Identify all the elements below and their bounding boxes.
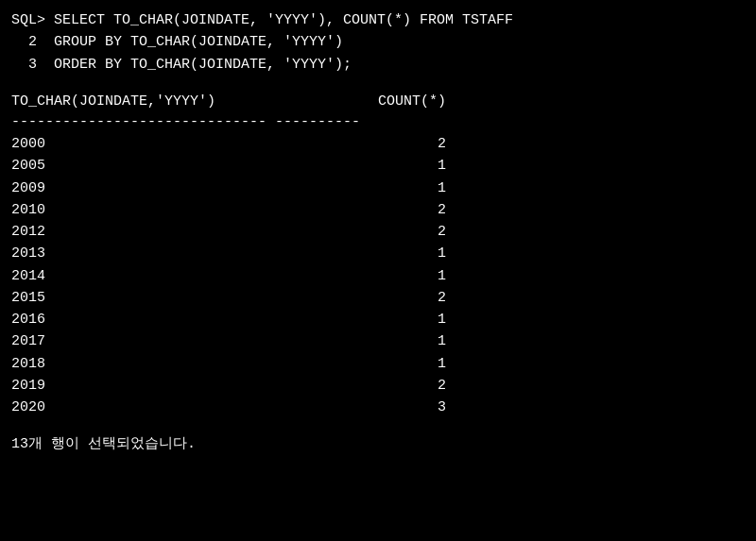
- line-num-3: 3: [11, 57, 54, 73]
- year-cell: 2005: [11, 155, 333, 177]
- year-cell: 2013: [11, 243, 333, 264]
- sql-line-3: 3 ORDER BY TO_CHAR(JOINDATE, 'YYYY');: [11, 54, 745, 76]
- year-cell: 2018: [11, 353, 333, 375]
- line-num-2: 2: [11, 34, 54, 50]
- status-message: 13개 행이 선택되었습니다.: [11, 433, 745, 455]
- sql-block: SQL> SELECT TO_CHAR(JOINDATE, 'YYYY'), C…: [11, 9, 745, 76]
- count-cell: 1: [333, 265, 446, 287]
- count-cell: 2: [333, 221, 446, 243]
- year-cell: 2010: [11, 199, 333, 221]
- year-cell: 2015: [11, 287, 333, 309]
- count-cell: 1: [333, 243, 446, 264]
- count-cell: 1: [333, 330, 446, 352]
- table-row: 20192: [11, 375, 745, 397]
- count-cell: 1: [333, 178, 446, 199]
- sql-line-1: SQL> SELECT TO_CHAR(JOINDATE, 'YYYY'), C…: [11, 9, 745, 31]
- sql-prompt: SQL>: [11, 12, 54, 28]
- year-cell: 2017: [11, 330, 333, 352]
- year-cell: 2016: [11, 309, 333, 330]
- sql-text-2: GROUP BY TO_CHAR(JOINDATE, 'YYYY'): [54, 34, 343, 50]
- sql-text-1: SELECT TO_CHAR(JOINDATE, 'YYYY'), COUNT(…: [54, 12, 513, 28]
- count-cell: 3: [333, 397, 446, 418]
- table-row: 20131: [11, 243, 745, 264]
- data-table: 20002 20051 20091 20102 20122 20131 2014…: [11, 133, 745, 418]
- table-divider: ------------------------------ ---------…: [11, 114, 745, 131]
- table-row: 20181: [11, 353, 745, 375]
- terminal-window: SQL> SELECT TO_CHAR(JOINDATE, 'YYYY'), C…: [0, 0, 756, 541]
- table-row: 20091: [11, 178, 745, 199]
- year-cell: 2020: [11, 397, 333, 418]
- count-cell: 2: [333, 287, 446, 309]
- year-cell: 2012: [11, 221, 333, 243]
- table-headers: TO_CHAR(JOINDATE,'YYYY') COUNT(*): [11, 91, 745, 112]
- table-row: 20152: [11, 287, 745, 309]
- table-row: 20203: [11, 397, 745, 418]
- count-cell: 2: [333, 375, 446, 397]
- table-row: 20161: [11, 309, 745, 330]
- table-row: 20002: [11, 133, 745, 155]
- sql-line-2: 2 GROUP BY TO_CHAR(JOINDATE, 'YYYY'): [11, 31, 745, 53]
- col1-header: TO_CHAR(JOINDATE,'YYYY'): [11, 91, 333, 112]
- table-row: 20141: [11, 265, 745, 287]
- col2-header: COUNT(*): [333, 91, 446, 112]
- year-cell: 2014: [11, 265, 333, 287]
- count-cell: 2: [333, 133, 446, 155]
- table-row: 20051: [11, 155, 745, 177]
- count-cell: 1: [333, 309, 446, 330]
- sql-text-3: ORDER BY TO_CHAR(JOINDATE, 'YYYY');: [54, 57, 352, 73]
- year-cell: 2019: [11, 375, 333, 397]
- table-row: 20102: [11, 199, 745, 221]
- count-cell: 2: [333, 199, 446, 221]
- table-row: 20171: [11, 330, 745, 352]
- count-cell: 1: [333, 353, 446, 375]
- year-cell: 2000: [11, 133, 333, 155]
- table-row: 20122: [11, 221, 745, 243]
- count-cell: 1: [333, 155, 446, 177]
- year-cell: 2009: [11, 178, 333, 199]
